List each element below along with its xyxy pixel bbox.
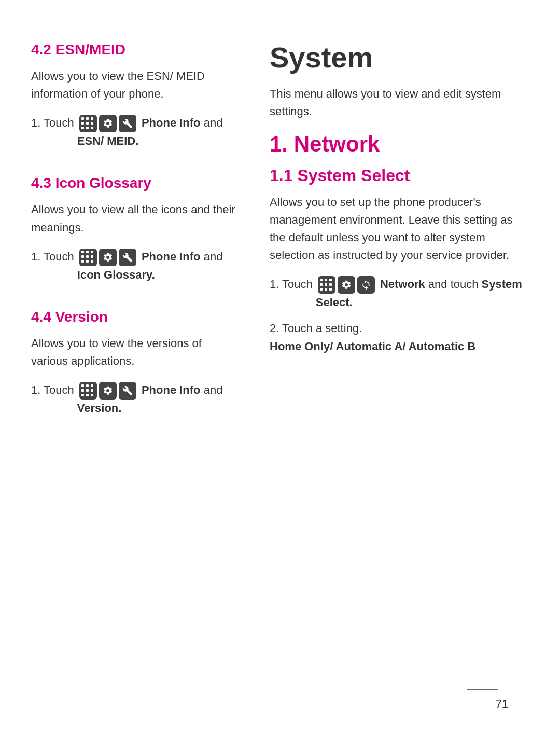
page-footer-line bbox=[467, 689, 498, 690]
section-44: 4.4 Version Allows you to view the versi… bbox=[31, 309, 239, 417]
grid-icon-42 bbox=[79, 115, 97, 132]
gear-svg-44 bbox=[103, 386, 113, 396]
section-44-heading: 4.4 Version bbox=[31, 309, 239, 325]
page-number: 71 bbox=[496, 697, 508, 711]
dots-grid-44 bbox=[81, 384, 94, 397]
circle-arrow-icon-11 bbox=[357, 276, 375, 294]
section-42-heading: 4.2 ESN/MEID bbox=[31, 42, 239, 58]
dots-grid-43 bbox=[81, 251, 94, 264]
dot bbox=[81, 127, 84, 129]
icon-glossary-label: Icon Glossary. bbox=[77, 268, 155, 281]
dot bbox=[86, 260, 89, 263]
dot bbox=[320, 279, 323, 281]
gear-svg bbox=[103, 118, 113, 129]
dot bbox=[91, 117, 93, 120]
dot bbox=[81, 389, 84, 392]
section-44-instruction-1: 1. Touch bbox=[31, 381, 239, 417]
and-label-42: and bbox=[204, 116, 223, 129]
section-1-network: 1. Network 1.1 System Select Allows you … bbox=[270, 132, 529, 355]
dot bbox=[325, 288, 327, 291]
dot bbox=[86, 255, 89, 258]
dot bbox=[86, 122, 89, 125]
network-label-11: Network bbox=[380, 278, 425, 291]
section-1-heading: 1. Network bbox=[270, 132, 529, 157]
grid-icon-44 bbox=[79, 382, 97, 400]
instruction-number-11: 1. Touch bbox=[270, 276, 313, 293]
icon-group-43 bbox=[79, 249, 136, 266]
dot bbox=[81, 117, 84, 120]
section-42-instruction-1: 1. Touch bbox=[31, 114, 239, 150]
icon-group-44 bbox=[79, 382, 136, 400]
gear-icon-44 bbox=[99, 382, 117, 400]
dot bbox=[81, 394, 84, 396]
dot bbox=[91, 384, 93, 387]
dot bbox=[325, 283, 327, 286]
circle-arrow-svg bbox=[361, 280, 371, 290]
section-43: 4.3 Icon Glossary Allows you to view all… bbox=[31, 175, 239, 283]
wrench-svg bbox=[122, 118, 133, 129]
wrench-icon-44 bbox=[119, 382, 136, 400]
dot bbox=[81, 255, 84, 258]
dot bbox=[81, 251, 84, 253]
dot bbox=[81, 384, 84, 387]
icon-group-42 bbox=[79, 115, 136, 132]
section-11-instruction-1: 1. Touch bbox=[270, 276, 529, 311]
section-11-heading: 1.1 System Select bbox=[270, 166, 529, 185]
setting-options-label: Home Only/ Automatic A/ Automatic B bbox=[270, 340, 475, 353]
instruction-number: 1. Touch bbox=[31, 114, 74, 132]
dot bbox=[81, 260, 84, 263]
dot bbox=[320, 288, 323, 291]
version-label: Version. bbox=[77, 402, 122, 415]
section-11-instruction-2: 2. Touch a setting. Home Only/ Automatic… bbox=[270, 320, 529, 355]
and-touch-label-11: and touch bbox=[428, 278, 479, 291]
section-43-instruction-1: 1. Touch bbox=[31, 248, 239, 284]
wrench-icon-43 bbox=[119, 249, 136, 266]
dot bbox=[86, 389, 89, 392]
dot bbox=[91, 389, 93, 392]
grid-icon-43 bbox=[79, 249, 97, 266]
dot bbox=[86, 394, 89, 396]
icon-group-11 bbox=[318, 276, 375, 294]
section-42-body: Allows you to view the ESN/ MEID informa… bbox=[31, 67, 239, 103]
dot bbox=[91, 122, 93, 125]
instruction-42-content: Phone Info and ESN/ MEID. bbox=[77, 114, 239, 150]
phone-info-label-44: Phone Info bbox=[142, 383, 201, 396]
dot bbox=[86, 384, 89, 387]
dot bbox=[329, 279, 332, 281]
dot bbox=[81, 122, 84, 125]
dot bbox=[325, 279, 327, 281]
section-43-body: Allows you to view all the icons and the… bbox=[31, 201, 239, 236]
page-title: System bbox=[270, 42, 529, 74]
page-intro: This menu allows you to view and edit sy… bbox=[270, 85, 529, 120]
dot bbox=[86, 251, 89, 253]
instruction-11-content-2: 2. Touch a setting. Home Only/ Automatic… bbox=[270, 320, 529, 355]
esn-meid-label: ESN/ MEID. bbox=[77, 134, 139, 147]
section-43-heading: 4.3 Icon Glossary bbox=[31, 175, 239, 191]
section-11-body: Allows you to set up the phone producer'… bbox=[270, 194, 529, 264]
dot bbox=[320, 283, 323, 286]
gear-svg-11 bbox=[341, 280, 352, 290]
wrench-icon-42 bbox=[119, 115, 136, 132]
gear-icon-11 bbox=[338, 276, 355, 294]
gear-icon-43 bbox=[99, 249, 117, 266]
phone-info-label-42: Phone Info bbox=[142, 116, 201, 129]
section-42: 4.2 ESN/MEID Allows you to view the ESN/… bbox=[31, 42, 239, 150]
dot bbox=[329, 288, 332, 291]
section-11-system-select: 1.1 System Select Allows you to set up t… bbox=[270, 166, 529, 355]
instruction-number-44: 1. Touch bbox=[31, 381, 74, 399]
dot bbox=[91, 255, 93, 258]
and-label-43: and bbox=[204, 250, 223, 263]
dot bbox=[91, 394, 93, 396]
instruction-43-content: Phone Info and Icon Glossary. bbox=[77, 248, 239, 284]
and-label-44: and bbox=[204, 383, 223, 396]
dot bbox=[91, 127, 93, 129]
dot bbox=[86, 127, 89, 129]
dot bbox=[86, 117, 89, 120]
dot bbox=[329, 283, 332, 286]
dots-grid bbox=[81, 117, 94, 130]
phone-info-label-43: Phone Info bbox=[142, 250, 201, 263]
instruction-44-content: Phone Info and Version. bbox=[77, 381, 239, 417]
dot bbox=[91, 260, 93, 263]
dots-grid-11 bbox=[320, 279, 333, 292]
instruction-11-content: Network and touch System Select. bbox=[316, 276, 529, 311]
